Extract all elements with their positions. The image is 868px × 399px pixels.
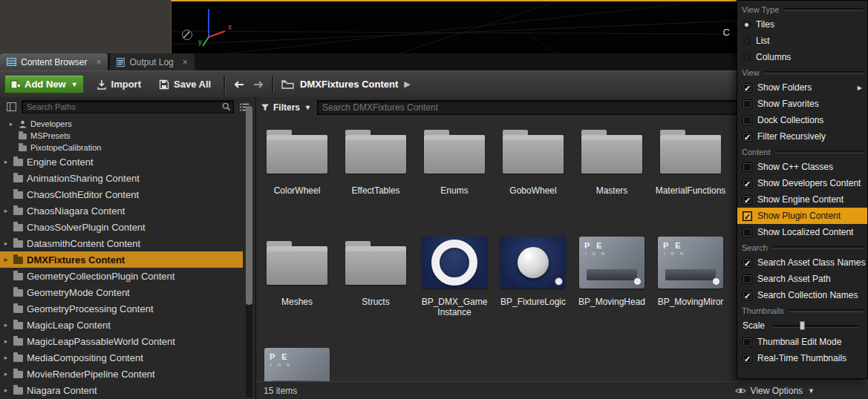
axis-y-label: y: [198, 38, 202, 46]
checkbox-icon: [743, 228, 752, 237]
tree-item-label: MediaCompositing Content: [27, 352, 143, 363]
breadcrumb[interactable]: DMXFixtures Content ▶: [281, 79, 411, 90]
menu-item-real-time-thumbnails[interactable]: ✓Real-Time Thumbnails: [737, 350, 867, 366]
expand-arrow-icon[interactable]: ▸: [2, 386, 10, 394]
3d-viewport[interactable]: x y C: [171, 0, 737, 55]
tab-close-icon[interactable]: ×: [96, 57, 101, 67]
menu-item-show-engine-content[interactable]: ✓Show Engine Content: [737, 191, 867, 208]
menu-item-show-folders[interactable]: ✓Show Folders▶: [737, 79, 867, 96]
fixture-graphic: [665, 269, 716, 280]
search-paths-input[interactable]: [22, 100, 234, 113]
asset-tile-bp-fixturelogic[interactable]: BP_FixtureLogic: [494, 229, 572, 340]
filters-button[interactable]: Filters ▼: [261, 102, 311, 113]
tree-scrollbar-thumb[interactable]: [246, 106, 252, 305]
folder-tile-colorwheel[interactable]: ColorWheel: [258, 118, 336, 229]
tree-item-magicleappassableworld-content[interactable]: ▸MagicLeapPassableWorld Content: [0, 333, 243, 349]
tree-item-engine-content[interactable]: ▸Engine Content: [0, 154, 243, 170]
thumbnail-scale-slider[interactable]: [773, 320, 862, 331]
eye-icon: [735, 387, 746, 395]
tree-item-magicleap-content[interactable]: ▸MagicLeap Content: [0, 317, 243, 333]
slider-handle[interactable]: [800, 321, 805, 330]
tab-output-log[interactable]: Output Log ×: [110, 53, 194, 70]
radio-icon: [743, 37, 751, 45]
menu-item-show-favorites[interactable]: Show Favorites: [737, 96, 867, 112]
axis-x-label: x: [228, 23, 232, 31]
tree-item-developers[interactable]: ▸Developers: [0, 118, 243, 130]
tree-item-chaossolverplugin-content[interactable]: ChaosSolverPlugin Content: [0, 219, 243, 235]
fixture-graphic: [587, 269, 637, 280]
checkbox-icon: [743, 99, 752, 109]
blueprint-thumbnail: P EI O N: [579, 237, 645, 288]
tree-item-geometryprocessing-content[interactable]: GeometryProcessing Content: [0, 300, 243, 317]
save-all-button[interactable]: Save All: [154, 76, 216, 93]
tree-item-pixotopecalibration[interactable]: PixotopeCalibration: [0, 142, 243, 154]
menu-item-show-plugin-content[interactable]: ✓Show Plugin Content: [737, 208, 867, 224]
folder-tile-materialfunctions[interactable]: MaterialFunctions: [651, 118, 730, 229]
back-arrow-button[interactable]: [233, 80, 245, 89]
menu-item-show-developers-content[interactable]: ✓Show Developers Content: [737, 175, 867, 191]
tab-content-browser[interactable]: Content Browser ×: [0, 53, 108, 70]
sources-toggle-button[interactable]: [4, 100, 19, 113]
expand-arrow-icon[interactable]: ▸: [2, 207, 10, 214]
expand-arrow-icon[interactable]: ▸: [2, 256, 10, 263]
expand-arrow-icon[interactable]: ▸: [2, 370, 10, 377]
tree-item-geometrymode-content[interactable]: GeometryMode Content: [0, 284, 243, 300]
expand-arrow-icon[interactable]: ▸: [2, 158, 10, 165]
tree-item-mediacompositing-content[interactable]: ▸MediaCompositing Content: [0, 349, 243, 366]
menu-item-label: Search Asset Path: [757, 274, 831, 284]
tree-item-animationsharing-content[interactable]: AnimationSharing Content: [0, 170, 243, 186]
tree-item-dmxfixtures-content[interactable]: ▸DMXFixtures Content: [0, 251, 243, 268]
tree-item-movierenderpipeline-content[interactable]: ▸MovieRenderPipeline Content: [0, 366, 243, 382]
folder-tile-effecttables[interactable]: EffectTables: [336, 118, 415, 229]
menu-item-show-localized-content[interactable]: Show Localized Content: [737, 224, 867, 240]
menu-item-scale[interactable]: Scale: [737, 317, 867, 334]
tree-item-datasmithcontent-content[interactable]: ▸DatasmithContent Content: [0, 235, 243, 251]
menu-item-filter-recursively[interactable]: ✓Filter Recursively: [737, 128, 867, 145]
menu-item-columns[interactable]: Columns: [737, 49, 867, 65]
menu-item-label: Show Engine Content: [757, 194, 843, 205]
tree-item-mspresets[interactable]: MSPresets: [0, 130, 243, 142]
import-button[interactable]: Import: [91, 76, 146, 93]
tree-item-label: ChaosClothEditor Content: [27, 189, 139, 200]
expand-arrow-icon[interactable]: ▸: [7, 120, 15, 128]
menu-item-dock-collections[interactable]: Dock Collections: [737, 112, 867, 128]
forward-arrow-button[interactable]: [252, 80, 264, 89]
asset-tile-bp-movingmiror[interactable]: P EI O NBP_MovingMiror: [651, 229, 730, 340]
checkbox-icon: ✓: [743, 258, 752, 268]
tab-close-icon[interactable]: ×: [183, 57, 188, 67]
menu-item-tiles[interactable]: Tiles: [737, 16, 867, 33]
folder-icon: [13, 257, 23, 264]
menu-item-label: Search Asset Class Names: [757, 257, 865, 268]
menu-item-search-collection-names[interactable]: ✓Search Collection Names: [737, 287, 867, 303]
folder-tile-structs[interactable]: Structs: [336, 229, 415, 340]
save-all-label: Save All: [174, 79, 211, 90]
menu-item-list[interactable]: List: [737, 33, 867, 49]
menu-item-label: Tiles: [756, 19, 774, 30]
expand-arrow-icon[interactable]: ▸: [2, 354, 10, 361]
asset-tile-bp-movinghead[interactable]: P EI O NBP_MovingHead: [572, 229, 651, 340]
menu-item-label: Show Plugin Content: [757, 211, 841, 221]
tree-item-chaosclotheditor-content[interactable]: ChaosClothEditor Content: [0, 186, 243, 202]
folder-tile-enums[interactable]: Enums: [415, 118, 494, 229]
tree-item-label: Niagara Content: [27, 385, 97, 396]
expand-arrow-icon[interactable]: ▸: [2, 321, 10, 329]
asset-tile-partial[interactable]: P EI O N: [258, 340, 336, 381]
menu-section-label: Thumbnails: [742, 306, 784, 315]
expand-arrow-icon[interactable]: ▸: [2, 240, 10, 247]
folder-tile-meshes[interactable]: Meshes: [258, 229, 336, 340]
menu-item-thumbnail-edit-mode[interactable]: Thumbnail Edit Mode: [737, 334, 867, 350]
expand-arrow-icon[interactable]: ▸: [2, 337, 10, 345]
tree-item-niagara-content[interactable]: ▸Niagara Content: [0, 382, 243, 398]
folder-tile-gobowheel[interactable]: GoboWheel: [494, 118, 572, 229]
view-options-button[interactable]: View Options ▼: [735, 386, 815, 396]
folder-icon: [13, 208, 23, 215]
add-new-button[interactable]: Add New ▼: [4, 75, 84, 93]
folder-icon: [13, 159, 23, 166]
menu-item-search-asset-class-names[interactable]: ✓Search Asset Class Names: [737, 254, 867, 271]
tree-item-geometrycollectionplugin-content[interactable]: GeometryCollectionPlugin Content: [0, 268, 243, 284]
tree-item-chaosniagara-content[interactable]: ▸ChaosNiagara Content: [0, 202, 243, 219]
folder-tile-masters[interactable]: Masters: [572, 118, 651, 229]
menu-item-show-c-classes[interactable]: Show C++ Classes: [737, 159, 867, 175]
menu-item-search-asset-path[interactable]: Search Asset Path: [737, 271, 867, 287]
asset-tile-bp-dmx-game-instance[interactable]: BP_DMX_Game Instance: [415, 229, 494, 340]
